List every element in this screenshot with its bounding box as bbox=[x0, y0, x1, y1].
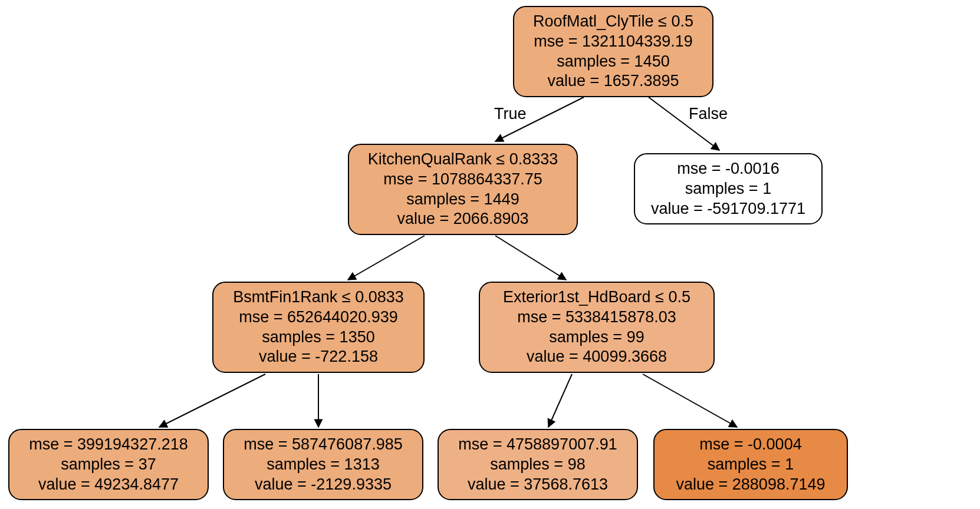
node-line: samples = 1313 bbox=[232, 455, 414, 475]
svg-line-4 bbox=[159, 374, 265, 427]
node-line: samples = 37 bbox=[18, 455, 199, 475]
node-line: samples = 99 bbox=[488, 328, 705, 348]
tree-node-root: RoofMatl_ClyTile ≤ 0.5 mse = 1321104339.… bbox=[513, 6, 713, 97]
node-line: mse = -0.0004 bbox=[663, 435, 838, 455]
node-line: samples = 1450 bbox=[522, 52, 704, 72]
node-line: samples = 1 bbox=[663, 455, 838, 475]
tree-node: BsmtFin1Rank ≤ 0.0833 mse = 652644020.93… bbox=[212, 282, 425, 373]
tree-node: Exterior1st_HdBoard ≤ 0.5 mse = 53384158… bbox=[479, 282, 715, 373]
node-line: value = 40099.3668 bbox=[488, 347, 705, 367]
tree-node-leaf: mse = 4758897007.91 samples = 98 value =… bbox=[438, 429, 638, 500]
node-line: samples = 1350 bbox=[222, 328, 415, 348]
svg-line-3 bbox=[495, 236, 566, 280]
node-line: value = 1657.3895 bbox=[522, 71, 704, 91]
node-line: value = -2129.9335 bbox=[232, 475, 414, 495]
node-line: samples = 1449 bbox=[357, 190, 568, 210]
node-line: Exterior1st_HdBoard ≤ 0.5 bbox=[488, 287, 705, 308]
svg-line-6 bbox=[548, 374, 572, 427]
node-line: value = -722.158 bbox=[222, 347, 415, 367]
node-line: value = 2066.8903 bbox=[357, 209, 568, 229]
node-line: RoofMatl_ClyTile ≤ 0.5 bbox=[522, 12, 704, 32]
node-line: value = -591709.1771 bbox=[643, 199, 813, 219]
tree-node-leaf: mse = -0.0004 samples = 1 value = 288098… bbox=[653, 429, 848, 500]
edge-label-true: True bbox=[494, 105, 527, 123]
node-line: value = 49234.8477 bbox=[18, 475, 199, 495]
decision-tree-diagram: True False RoofMatl_ClyTile ≤ 0.5 mse = … bbox=[0, 0, 980, 509]
tree-node-leaf: mse = 399194327.218 samples = 37 value =… bbox=[8, 429, 209, 500]
tree-node: KitchenQualRank ≤ 0.8333 mse = 107886433… bbox=[348, 144, 578, 235]
node-line: BsmtFin1Rank ≤ 0.0833 bbox=[222, 287, 415, 308]
edge-label-false: False bbox=[689, 105, 728, 123]
node-line: mse = -0.0016 bbox=[643, 159, 813, 179]
tree-node-leaf: mse = -0.0016 samples = 1 value = -59170… bbox=[634, 153, 823, 224]
node-line: mse = 1078864337.75 bbox=[357, 170, 568, 190]
tree-node-leaf: mse = 587476087.985 samples = 1313 value… bbox=[223, 429, 423, 500]
svg-line-2 bbox=[348, 236, 425, 280]
node-line: mse = 4758897007.91 bbox=[447, 435, 629, 455]
node-line: mse = 1321104339.19 bbox=[522, 32, 704, 52]
node-line: value = 288098.7149 bbox=[663, 475, 838, 495]
node-line: value = 37568.7613 bbox=[447, 475, 629, 495]
node-line: samples = 98 bbox=[447, 455, 629, 475]
node-line: KitchenQualRank ≤ 0.8333 bbox=[357, 150, 568, 170]
node-line: mse = 5338415878.03 bbox=[488, 308, 705, 328]
node-line: samples = 1 bbox=[643, 179, 813, 199]
node-line: mse = 652644020.939 bbox=[222, 308, 415, 328]
node-line: mse = 587476087.985 bbox=[232, 435, 414, 455]
node-line: mse = 399194327.218 bbox=[18, 435, 199, 455]
svg-line-7 bbox=[643, 374, 737, 427]
